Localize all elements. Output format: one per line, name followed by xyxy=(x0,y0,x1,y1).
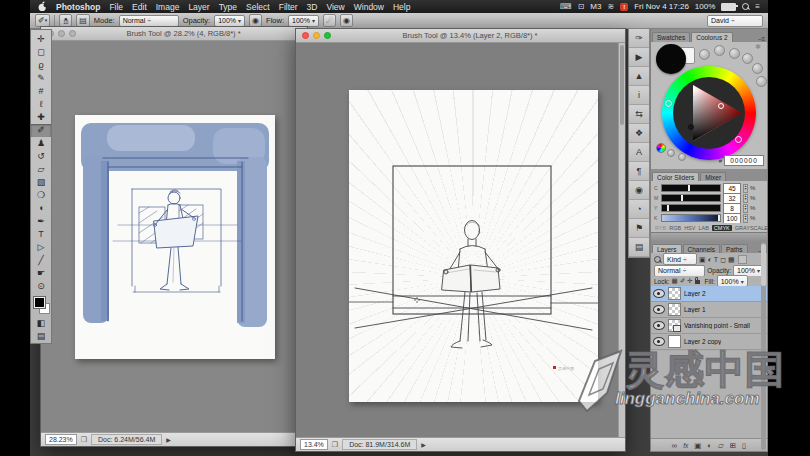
coolorus-settings-icon[interactable]: ✱ xyxy=(755,43,761,51)
eyedropper-tool[interactable]: ℓ xyxy=(31,98,51,111)
pressure-size-button[interactable]: ◉ xyxy=(340,14,353,27)
dodge-tool[interactable]: ◖ xyxy=(31,202,51,215)
histogram-panel-button[interactable]: ⚑ xyxy=(629,219,649,238)
lock-all-icon[interactable] xyxy=(695,280,700,284)
tab-coolorus[interactable]: Coolorus 2 xyxy=(691,32,732,42)
brush-tool[interactable]: ✐ xyxy=(31,124,51,137)
window1-title-bar[interactable]: Brush Tool @ 28.2% (4, RGB/8*) * xyxy=(41,27,307,41)
status-arrow-icon[interactable]: ▶ xyxy=(421,441,426,448)
artwork-page-1[interactable] xyxy=(75,115,275,359)
display-menu-icon[interactable]: ⊡ xyxy=(578,3,585,11)
mode-hsv[interactable]: HSV xyxy=(684,225,695,231)
menu-edit[interactable]: Edit xyxy=(132,2,147,12)
color-swatches[interactable] xyxy=(31,295,51,315)
filter-toggle[interactable] xyxy=(738,255,747,264)
move-tool[interactable]: ✛ xyxy=(31,33,51,46)
layer-thumbnail[interactable] xyxy=(668,303,681,316)
harmony-dot[interactable] xyxy=(729,48,740,59)
window2-title-bar[interactable]: Brush Tool @ 13.4% (Layer 2, RGB/8*) * xyxy=(296,29,625,43)
layer-blend-dropdown[interactable]: Normal xyxy=(654,265,705,277)
menu-view[interactable]: View xyxy=(326,2,344,12)
black-value-field[interactable]: 100 xyxy=(723,213,741,224)
swatch-dot[interactable] xyxy=(678,153,686,161)
healing-brush-tool[interactable]: ✚ xyxy=(31,111,51,124)
window1-canvas[interactable] xyxy=(41,41,307,432)
hue-ring-marker[interactable] xyxy=(665,100,672,107)
menu-clock[interactable]: Fri Nov 4 17:26 xyxy=(634,2,689,11)
stepper-icon[interactable]: ▲▼ xyxy=(743,204,748,213)
filter-type-icon[interactable]: T xyxy=(714,256,718,263)
color-wheel[interactable] xyxy=(662,66,756,160)
mode-ryb[interactable]: RYB xyxy=(655,225,666,231)
layer-thumbnail[interactable] xyxy=(668,335,681,348)
hex-color-field[interactable]: 000000 xyxy=(724,155,764,166)
value-marker[interactable] xyxy=(688,124,694,130)
filter-pixel-icon[interactable]: ▣ xyxy=(699,256,706,263)
new-layer-icon[interactable]: ⊞ xyxy=(730,441,736,450)
adjustment-layer-icon[interactable]: ◐ xyxy=(707,441,712,450)
zoom-level-field[interactable]: 28.23% xyxy=(45,434,77,445)
lock-position-icon[interactable]: ✛ xyxy=(687,278,692,285)
styles-panel-button[interactable]: ▲ xyxy=(629,67,649,86)
stepper-icon[interactable]: ▲▼ xyxy=(743,194,748,203)
flow-dropdown[interactable]: 100% xyxy=(288,15,319,27)
swatch-dot[interactable] xyxy=(667,149,675,157)
layer-thumbnail[interactable] xyxy=(668,287,681,300)
filter-shape-icon[interactable]: ◻ xyxy=(720,256,726,263)
zoom-button[interactable] xyxy=(324,32,331,39)
hand-tool[interactable]: ☛ xyxy=(31,267,51,280)
window2-canvas[interactable]: 灵感中国 xyxy=(296,43,625,437)
input-menu-icon[interactable]: ⌨ xyxy=(560,3,572,11)
stepper-icon[interactable]: ▲▼ xyxy=(743,184,748,193)
gradient-tool[interactable]: ▧ xyxy=(31,176,51,189)
harmony-dot[interactable] xyxy=(699,49,710,60)
window2-scrollbar[interactable] xyxy=(618,43,625,437)
mode-cmyk[interactable]: CMYK xyxy=(712,225,732,231)
layer-style-icon[interactable]: fx xyxy=(683,442,688,449)
yellow-slider[interactable] xyxy=(661,204,721,212)
lasso-tool[interactable]: ϱ xyxy=(31,59,51,72)
paragraph-panel-button[interactable]: ¶ xyxy=(629,162,649,181)
pen-tool[interactable]: ✒ xyxy=(31,215,51,228)
harmony-dot[interactable] xyxy=(752,63,763,74)
menumeter-badge[interactable]: M3 xyxy=(590,2,601,11)
navigator-panel-button[interactable]: ◔ xyxy=(629,200,649,219)
spotlight-search-icon[interactable] xyxy=(742,3,749,10)
clone-source-panel-button[interactable]: ◉ xyxy=(629,181,649,200)
wifi-icon[interactable]: ≋ xyxy=(607,3,614,11)
menu-select[interactable]: Select xyxy=(246,2,270,12)
delete-layer-icon[interactable]: ▯ xyxy=(742,441,746,450)
workspace-dropdown[interactable]: David xyxy=(707,15,763,27)
harmony-dot[interactable] xyxy=(756,76,767,87)
zoom-level-field[interactable]: 13.4% xyxy=(300,439,328,450)
properties-panel-button[interactable]: ⇆ xyxy=(629,105,649,124)
color-mode-icon[interactable] xyxy=(656,143,666,153)
quick-selection-tool[interactable]: ✎ xyxy=(31,72,51,85)
filter-smart-object-icon[interactable]: ▦ xyxy=(728,256,735,263)
airbrush-button[interactable]: ☄ xyxy=(323,14,336,27)
foreground-color-swatch[interactable] xyxy=(34,297,45,308)
link-layers-icon[interactable]: ∞ xyxy=(672,441,677,450)
layer-row-vanishing-point[interactable]: Vanishing point - Small xyxy=(651,318,767,334)
blur-tool[interactable]: ❍ xyxy=(31,189,51,202)
minimize-button[interactable] xyxy=(313,32,320,39)
saturation-marker[interactable] xyxy=(718,103,724,109)
character-panel-button[interactable]: A xyxy=(629,143,649,162)
foreground-color-well[interactable] xyxy=(656,44,686,74)
panel-divider[interactable] xyxy=(651,232,767,241)
status-arrow-icon[interactable]: ▶ xyxy=(166,436,171,443)
marquee-tool[interactable]: ◻ xyxy=(31,46,51,59)
type-tool[interactable]: T xyxy=(31,228,51,241)
zoom-button[interactable] xyxy=(69,30,76,37)
quick-mask-button[interactable]: ◧ xyxy=(31,317,51,330)
layer-row-layer2[interactable]: Layer 2 xyxy=(651,286,767,302)
tab-swatches[interactable]: Swatches xyxy=(652,32,690,42)
screen-mode-button[interactable]: ▤ xyxy=(31,330,51,343)
crop-tool[interactable]: # xyxy=(31,85,51,98)
doc-size-info[interactable]: Doc: 81.9M/314.6M xyxy=(342,439,417,450)
info-panel-button[interactable]: i xyxy=(629,86,649,105)
menu-3d[interactable]: 3D xyxy=(307,2,318,12)
visibility-eye-icon[interactable] xyxy=(653,289,665,298)
path-selection-tool[interactable]: ▷ xyxy=(31,241,51,254)
menu-type[interactable]: Type xyxy=(219,2,237,12)
